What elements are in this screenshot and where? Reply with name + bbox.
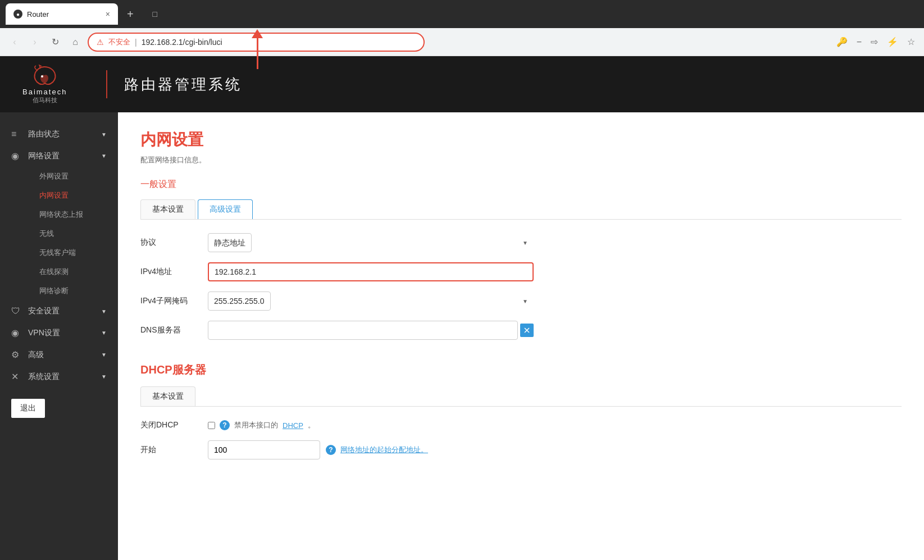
dns-row: DNS服务器 — [140, 321, 534, 340]
dhcp-start-info-icon: ? — [326, 445, 336, 455]
chevron-down-icon-2: ▼ — [101, 153, 107, 159]
dhcp-tabs: 基本设置 — [140, 386, 902, 407]
subnet-row: IPv4子网掩码 255.255.255.0 255.255.0.0 255.0… — [140, 292, 534, 311]
dhcp-title: DHCP服务器 — [140, 362, 902, 377]
lightning-icon[interactable]: ⚡ — [885, 34, 900, 49]
sidebar-item-system-settings[interactable]: ✕ 系统设置 ▼ — [0, 366, 118, 388]
vpn-settings-icon: ◉ — [11, 327, 22, 338]
new-tab-btn[interactable]: + — [122, 6, 138, 23]
reload-btn[interactable]: ↻ — [47, 34, 63, 50]
sidebar-submenu-network: 外网设置 内网设置 网络状态上报 无线 无线客户端 在线探测 网络诊断 — [0, 167, 118, 301]
tabs-bar: 基本设置 高级设置 — [140, 199, 902, 220]
tab-advanced-settings[interactable]: 高级设置 — [198, 199, 253, 219]
tab-title: Router — [27, 10, 101, 19]
tab-close-btn[interactable]: × — [106, 10, 110, 19]
main-layout: ≡ 路由状态 ▼ ◉ 网络设置 ▼ 外网设置 内网设置 网络状态上报 无线 无线… — [0, 112, 924, 560]
ipv4-input[interactable] — [208, 262, 534, 281]
security-settings-icon: 🛡 — [11, 306, 22, 316]
sidebar-item-wan-settings[interactable]: 外网设置 — [28, 167, 118, 186]
chevron-down-icon-4: ▼ — [101, 330, 107, 336]
sidebar-item-label-security-settings: 安全设置 — [28, 306, 60, 316]
tab-basic-settings[interactable]: 基本设置 — [140, 199, 195, 219]
security-warning-text: 不安全 — [108, 37, 130, 47]
arrow-line — [257, 38, 258, 69]
dhcp-start-info-text: 网络地址的起始分配地址。 — [340, 445, 428, 455]
dhcp-disable-info-text: 禁用本接口的 — [234, 420, 278, 430]
lock-icon[interactable]: 🔑 — [834, 34, 850, 49]
dns-input[interactable] — [208, 321, 518, 340]
zoom-icon[interactable]: − — [854, 35, 864, 49]
protocol-select[interactable]: 静态地址 DHCP PPPoE — [208, 233, 252, 252]
add-icon-svg — [523, 326, 531, 334]
sidebar-item-label-router-status: 路由状态 — [28, 129, 60, 139]
chevron-down-icon: ▼ — [101, 131, 107, 138]
sidebar-item-security-settings[interactable]: 🛡 安全设置 ▼ — [0, 301, 118, 322]
dhcp-start-input[interactable] — [208, 440, 320, 459]
page-title: 内网设置 — [140, 129, 902, 151]
arrow-head — [252, 29, 263, 38]
content-area: 内网设置 配置网络接口信息。 一般设置 基本设置 高级设置 协议 静态地址 DH… — [118, 112, 924, 560]
sidebar-item-label-vpn-settings: VPN设置 — [28, 328, 60, 338]
dhcp-info-icon: ? — [220, 420, 230, 430]
sidebar-item-network-settings[interactable]: ◉ 网络设置 ▼ — [0, 145, 118, 167]
sidebar-item-label-network-settings: 网络设置 — [28, 151, 60, 161]
dhcp-disable-checkbox-area: ? 禁用本接口的 DHCP 。 — [208, 420, 315, 430]
subnet-select[interactable]: 255.255.255.0 255.255.0.0 255.0.0.0 — [208, 292, 271, 311]
annotation-container — [252, 29, 263, 69]
subnet-select-wrapper: 255.255.255.0 255.255.0.0 255.0.0.0 — [208, 292, 534, 311]
star-icon[interactable]: ☆ — [905, 34, 917, 49]
tab-favicon: ● — [13, 10, 22, 19]
protocol-select-wrapper: 静态地址 DHCP PPPoE — [208, 233, 534, 252]
chevron-down-icon-3: ▼ — [101, 308, 107, 315]
dhcp-disable-suffix: 。 — [308, 420, 315, 430]
logout-button[interactable]: 退出 — [11, 399, 45, 418]
sidebar-item-network-status-report[interactable]: 网络状态上报 — [28, 205, 118, 224]
sidebar-item-wireless-client[interactable]: 无线客户端 — [28, 243, 118, 262]
window-icon-btn[interactable]: □ — [147, 6, 163, 22]
logo-area: Baimatech 佰马科技 — [22, 64, 67, 104]
back-btn[interactable]: ‹ — [7, 34, 22, 50]
sidebar-item-network-diagnostics[interactable]: 网络诊断 — [28, 281, 118, 301]
dhcp-section: DHCP服务器 基本设置 关闭DHCP ? 禁用本接口的 DHCP 。 — [140, 362, 902, 459]
sidebar-item-router-status[interactable]: ≡ 路由状态 ▼ — [0, 124, 118, 145]
dhcp-start-label: 开始 — [140, 445, 208, 455]
forward-btn[interactable]: › — [27, 34, 43, 50]
dhcp-disable-link[interactable]: DHCP — [283, 421, 303, 430]
sidebar: ≡ 路由状态 ▼ ◉ 网络设置 ▼ 外网设置 内网设置 网络状态上报 无线 无线… — [0, 112, 118, 560]
page-subtitle: 配置网络接口信息。 — [140, 155, 902, 165]
network-settings-icon: ◉ — [11, 151, 22, 161]
sidebar-item-lan-settings[interactable]: 内网设置 — [28, 186, 118, 205]
brand-sub: 佰马科技 — [33, 96, 57, 104]
dhcp-start-info-area: ? 网络地址的起始分配地址。 — [326, 445, 428, 455]
dhcp-disable-checkbox[interactable] — [208, 422, 215, 429]
chevron-down-icon-6: ▼ — [101, 374, 107, 380]
browser-nav-bar: ‹ › ↻ ⌂ ⚠ 不安全 | 192.168.2.1/cgi-bin/luci… — [0, 28, 924, 56]
section-title: 一般设置 — [140, 179, 902, 190]
annotation-arrow-group — [252, 29, 263, 69]
svg-point-0 — [41, 75, 43, 78]
home-btn[interactable]: ⌂ — [67, 34, 83, 50]
sidebar-item-advanced[interactable]: ⚙ 高级 ▼ — [0, 344, 118, 366]
app-header: Baimatech 佰马科技 路由器管理系统 — [0, 56, 924, 112]
share-icon[interactable]: ⇨ — [868, 34, 880, 49]
sidebar-item-online-detection[interactable]: 在线探测 — [28, 262, 118, 281]
dns-add-icon[interactable] — [520, 324, 534, 337]
chevron-down-icon-5: ▼ — [101, 352, 107, 358]
advanced-icon: ⚙ — [11, 349, 22, 360]
sidebar-item-label-advanced: 高级 — [28, 350, 44, 360]
security-warning-icon: ⚠ — [97, 38, 104, 47]
sidebar-item-label-system-settings: 系统设置 — [28, 372, 60, 382]
router-app: Baimatech 佰马科技 路由器管理系统 ≡ 路由状态 ▼ ◉ 网络设置 — [0, 56, 924, 560]
nav-right-icons: 🔑 − ⇨ ⚡ ☆ — [834, 34, 917, 49]
dhcp-disable-label: 关闭DHCP — [140, 420, 208, 430]
sidebar-item-vpn-settings[interactable]: ◉ VPN设置 ▼ — [0, 322, 118, 344]
dhcp-tab-basic[interactable]: 基本设置 — [140, 386, 195, 406]
browser-tab[interactable]: ● Router × — [6, 3, 118, 25]
sidebar-item-wireless[interactable]: 无线 — [28, 224, 118, 243]
ipv4-row: IPv4地址 — [140, 262, 534, 281]
dns-input-wrapper — [208, 321, 534, 340]
subnet-label: IPv4子网掩码 — [140, 296, 208, 306]
system-settings-icon: ✕ — [11, 371, 22, 382]
router-status-icon: ≡ — [11, 129, 22, 139]
brand-logo — [29, 64, 60, 86]
